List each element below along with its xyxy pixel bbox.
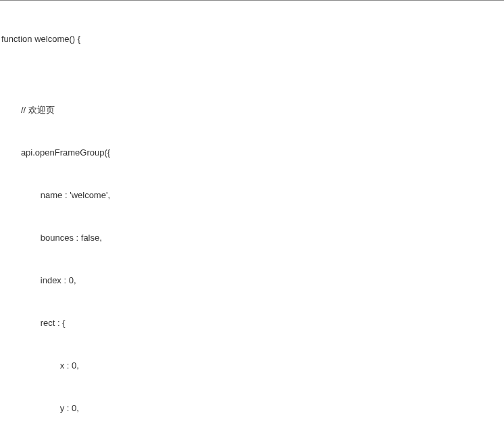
code-line: bounces : false, [1,231,503,245]
code-block: function welcome() { // 欢迎页 api.openFram… [1,3,503,426]
code-line: y : 0, [1,401,503,415]
code-line: x : 0, [1,358,503,373]
code-line: function welcome() { [1,32,503,46]
code-line: api.openFrameGroup({ [1,145,503,160]
code-line: index : 0, [1,273,503,287]
code-line: name : 'welcome', [1,188,503,202]
code-line: rect : { [1,316,503,330]
code-line: // 欢迎页 [1,103,503,117]
